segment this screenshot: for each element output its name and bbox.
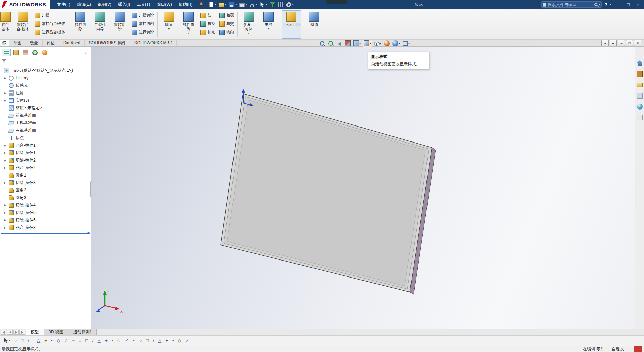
sketch-tool-button[interactable]: / (26, 337, 31, 345)
tree-item-5[interactable]: 前视基准面 (0, 112, 91, 119)
sketch-tool-button[interactable]: ○ (138, 337, 144, 345)
dome-button[interactable]: 圆顶 (305, 10, 324, 39)
menu-item-6[interactable]: 帮助(H) (175, 0, 196, 9)
extruded-cut-button[interactable]: 拉伸切除 (71, 10, 90, 39)
boundary-cut-button[interactable]: 边界切除 (130, 29, 156, 36)
swept-cut-button[interactable]: 扫描切除 (130, 12, 156, 19)
tab-3d-views[interactable]: 3D 视图 (44, 329, 68, 335)
help-button[interactable]: ? (605, 2, 607, 7)
sketch-tool-button[interactable]: ✓ (184, 337, 191, 345)
sketch-tool-button[interactable]: △ (156, 337, 163, 345)
menu-item-4[interactable]: 工具(T) (133, 0, 154, 9)
section-view-button[interactable] (344, 39, 352, 47)
tree-item-19[interactable]: ▶切除-拉伸6 (0, 216, 91, 224)
expand-caret-icon[interactable]: ▶ (4, 159, 9, 162)
doc-restore-button[interactable]: □ (626, 40, 633, 46)
selection-filter-button[interactable] (269, 1, 276, 9)
appearances-scenes-button[interactable] (636, 103, 643, 110)
expand-caret-icon[interactable]: ▶ (4, 181, 9, 184)
prev-tab-scroll-button[interactable] (7, 330, 13, 335)
menu-item-5[interactable]: 窗口(W) (154, 0, 175, 9)
sketch-tool-button[interactable]: ○ (77, 337, 83, 345)
expand-caret-icon[interactable]: ▶ (4, 77, 9, 80)
menu-item-3[interactable]: 插入(I) (115, 0, 133, 9)
property-manager-tab[interactable] (12, 49, 20, 56)
tree-item-10[interactable]: ▶切除-拉伸1 (0, 149, 91, 156)
expand-caret-icon[interactable]: ▶ (4, 204, 9, 207)
tree-item-20[interactable]: ▶凸台-拉伸3 (0, 224, 91, 231)
tree-item-4[interactable]: 材质 <未指定> (0, 104, 91, 112)
graphics-viewport[interactable]: Y X Z (91, 47, 635, 329)
revolved-cut-button[interactable]: 旋转切除 (110, 10, 129, 39)
lofted-cut-button[interactable]: 放样切割 (130, 20, 156, 27)
expand-caret-icon[interactable]: ▶ (4, 91, 9, 95)
edit-appearance-button[interactable] (383, 39, 391, 47)
tree-item-18[interactable]: ▶切除-拉伸5 (0, 209, 91, 216)
fillet-button[interactable]: 圆角▾ (159, 10, 178, 39)
tree-item-9[interactable]: ▶凸台-拉伸1 (0, 141, 91, 149)
sketch-tool-button[interactable]: ◇ (55, 337, 62, 345)
menu-item-0[interactable]: 文件(F) (53, 0, 74, 9)
wrap-button[interactable]: 包覆 (218, 12, 236, 19)
sketch-tool-button[interactable]: • (49, 337, 54, 345)
expand-caret-icon[interactable]: ▶ (4, 99, 9, 102)
tree-item-2[interactable]: ▶注解 (0, 89, 91, 97)
expand-caret-icon[interactable]: ▶ (4, 226, 9, 229)
print-button[interactable]: ▾ (238, 1, 248, 9)
tree-item-1[interactable]: 传感器 (0, 82, 91, 89)
shell-button[interactable]: 抽壳 (199, 29, 217, 36)
sketch-tool-button[interactable]: ○ (13, 337, 19, 345)
menu-item-1[interactable]: 编辑(E) (74, 0, 94, 9)
sketch-tool-button[interactable]: ✓ (63, 337, 70, 345)
sketch-tool-button[interactable]: ◇ (116, 337, 123, 345)
window-minimize-button[interactable]: – (614, 0, 624, 9)
reference-geometry-button[interactable]: 参考几何体▾ (239, 10, 258, 39)
hide-show-items-button[interactable]: ▾ (373, 39, 382, 47)
tab-solidworks-mbd[interactable]: SOLIDWORKS MBD (130, 40, 177, 46)
sketch-tool-button[interactable]: ~ (131, 337, 137, 345)
tab-sketch[interactable]: 草图 (9, 40, 26, 46)
tree-filter-input[interactable] (8, 58, 88, 64)
sketch-tool-button[interactable]: / (151, 337, 156, 345)
tab-evaluate[interactable]: 评估 (43, 40, 59, 46)
first-tab-scroll-button[interactable] (1, 330, 6, 335)
doc-minimize-button[interactable]: – (618, 40, 625, 46)
intersect-button[interactable]: 相交 (218, 20, 236, 27)
tab-motion-study-1[interactable]: 运动算例1 (68, 329, 97, 335)
options-button[interactable]: ▾ (285, 1, 294, 9)
sketch-tool-button[interactable]: / (91, 337, 95, 345)
undo-button[interactable]: ▾ (248, 1, 258, 9)
help-dropdown-icon[interactable]: ▾ (610, 3, 611, 6)
previous-view-button[interactable] (335, 39, 343, 47)
customize-button[interactable]: 自定义 (612, 346, 624, 352)
zoom-to-area-button[interactable] (327, 39, 335, 47)
configuration-manager-tab[interactable] (21, 49, 30, 56)
window-close-button[interactable]: × (633, 0, 643, 9)
last-tab-scroll-button[interactable] (19, 330, 25, 335)
tree-item-8[interactable]: 原点 (0, 134, 91, 141)
search-icon[interactable] (594, 3, 597, 6)
rollback-bar[interactable] (1, 233, 89, 234)
instant3d-button[interactable]: Instant3D (282, 10, 301, 39)
save-button[interactable]: ▾ (228, 1, 238, 9)
sketch-tool-button[interactable]: ✓ (123, 337, 130, 345)
hole-wizard-button[interactable]: 异型孔向导 (91, 10, 110, 39)
mirror-button[interactable]: 镜向 (218, 29, 236, 36)
tab-sheet-metal[interactable]: 钣金 (26, 40, 43, 46)
zoom-to-fit-button[interactable] (318, 39, 326, 47)
search-dropdown-icon[interactable]: ▾ (599, 3, 600, 6)
panel-splitter[interactable] (90, 47, 92, 329)
sketch-tool-button[interactable]: △ (96, 337, 102, 345)
draft-button[interactable]: 拔模 (199, 20, 217, 27)
open-button[interactable]: ▾ (218, 1, 227, 9)
display-style-button[interactable]: ▾ (363, 39, 372, 47)
sketch-tool-button[interactable]: + (164, 337, 170, 345)
display-settings-button[interactable] (277, 1, 284, 9)
linear-pattern-button[interactable]: 线性阵列▾ (179, 10, 198, 39)
design-library-button[interactable] (636, 70, 643, 78)
tab-solidworks-addins[interactable]: SOLIDWORKS 插件 (85, 40, 130, 46)
tree-item-3[interactable]: ▶实体(3) (0, 97, 91, 104)
select-button[interactable]: ▾ (258, 1, 268, 9)
model-screen-face[interactable] (227, 100, 425, 286)
rocket-icon[interactable] (198, 2, 204, 7)
